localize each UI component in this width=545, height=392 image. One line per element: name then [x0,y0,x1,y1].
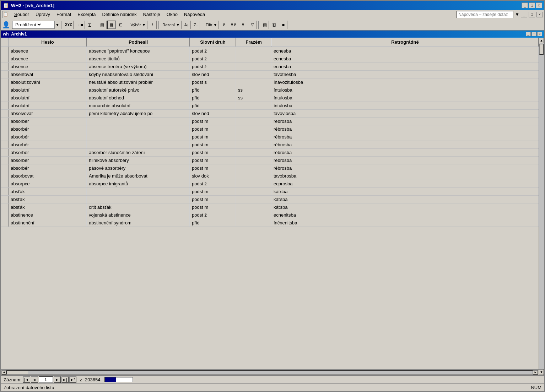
status-bar: Záznam: |◄ ◄ ► ►| ►* z 203654 [1,375,544,383]
row-marker [1,125,9,133]
toolbar: 👤 Prohlížení ▼ XYZ →■ Σ ▤ ▦ ⊡ Výběr ▼ ! … [1,19,544,31]
inner-close-btn[interactable]: × [537,32,542,36]
horizontal-scrollbar[interactable]: ◄ ► [1,369,539,375]
table-row[interactable]: absťák cítit absťák podst m káťsba [1,203,539,211]
menu-window-restore[interactable]: □ [529,12,535,17]
nav-next-btn[interactable]: ► [54,376,61,383]
toolbar-btn-grid[interactable]: ▦ [107,21,116,29]
table-row[interactable]: absentovat kdyby neabsentovalo sledování… [1,71,539,78]
menu-definice[interactable]: Definice nabídek [99,11,140,18]
search-area: ▼ _ □ × [457,11,543,18]
view-select[interactable]: Prohlížení [14,22,42,28]
toolbar-btn-razeni[interactable]: Řazení ▼ [161,21,182,29]
scroll-left-btn[interactable]: ◄ [1,370,6,375]
cell-retrogradne: káťsba [271,188,539,195]
toolbar-btn-filter3[interactable]: ⊽ [239,21,247,29]
scroll-v-thumb[interactable] [539,44,544,55]
cell-frazem [236,196,271,203]
close-button[interactable]: × [536,2,542,8]
table-row[interactable]: absorbér hliníkové absorbéry podst m réb… [1,157,539,164]
cell-slovni-druh: podst m [190,125,236,133]
table-row[interactable]: absorbér pásové absorbéry podst m rébros… [1,164,539,172]
menu-format[interactable]: Formát [54,11,74,18]
toolbar-btn-extra[interactable]: ■ [279,21,287,29]
inner-minimize-btn[interactable]: _ [526,32,531,36]
row-marker [1,203,9,211]
scroll-down-btn[interactable]: ▼ [539,369,544,375]
cell-heslo: absolutní [9,102,87,109]
nav-prev-btn[interactable]: ◄ [31,376,38,383]
toolbar-btn-insert[interactable]: →■ [74,21,85,29]
toolbar-btn-sort-az[interactable]: A↓ [182,21,191,29]
table-row[interactable]: absorbér podst m rébrosba [1,125,539,133]
nav-current-input[interactable] [39,376,53,383]
scroll-up-btn[interactable]: ▲ [539,38,544,43]
table-row[interactable]: absolutní absolutní autorské právo přid … [1,86,539,94]
toolbar-btn-table[interactable]: ▤ [98,21,107,29]
menu-okno[interactable]: Okno [164,11,180,18]
cell-frazem [236,125,271,133]
nav-first-btn[interactable]: |◄ [23,376,30,383]
table-row[interactable]: absorbér podst m rébrosba [1,141,539,149]
menu-soubor[interactable]: Soubor [11,11,32,18]
toolbar-btn-form[interactable]: ⊡ [117,21,125,29]
table-row[interactable]: absťák podst m káťsba [1,188,539,196]
toolbar-btn-sort-za[interactable]: Z↓ [191,21,200,29]
table-row[interactable]: absence absence "papírové" koncepce pods… [1,47,539,55]
cell-podhesli [87,188,190,195]
toolbar-btn-sum[interactable]: Σ [86,21,94,29]
cell-podhesli: absence "papírové" koncepce [87,47,190,55]
dropdown-arrow-icon[interactable]: ▼ [55,23,59,27]
vertical-scrollbar: ▲ ▼ [539,38,544,375]
scroll-h-thumb[interactable] [7,371,28,374]
table-row[interactable]: absorber podst m rebrosba [1,118,539,125]
maximize-button[interactable]: □ [529,2,535,8]
table-row[interactable]: absorbér absorbér slunečního záření pods… [1,149,539,157]
inner-maximize-btn[interactable]: □ [531,32,536,36]
toolbar-btn-filter1[interactable]: ⊽ [220,21,228,29]
help-search-input[interactable] [457,11,513,18]
table-row[interactable]: absorbér podst m rébrosba [1,133,539,141]
table-row[interactable]: abstinenční abstinenční syndrom přid ínč… [1,219,539,227]
toolbar-btn-xyz[interactable]: XYZ [63,21,74,29]
cell-slovni-druh: podst ž [190,211,236,219]
table-row[interactable]: absolvovat první kilometry absolvujeme p… [1,110,539,118]
view-dropdown[interactable]: Prohlížení [12,21,55,29]
table-row[interactable]: abstinence vojenská abstinence podst ž e… [1,211,539,219]
col-slovni-druh[interactable]: Slovní druh [190,38,236,47]
table-row[interactable]: absorpce absorpce imigrantů podst ž ecpr… [1,180,539,188]
menu-nastroje[interactable]: Nástroje [140,11,163,18]
col-heslo[interactable]: Heslo [9,38,87,47]
toolbar-btn-filter2[interactable]: ⊽⊽ [229,21,238,29]
col-frazem[interactable]: Frazém [236,38,271,47]
scroll-right-btn[interactable]: ► [533,370,538,375]
table-row[interactable]: absolutizování neustálé absolutizování p… [1,78,539,86]
toolbar-btn-exclaim[interactable]: ! [148,21,157,29]
toolbar-btn-table2[interactable]: ▤ [260,21,269,29]
cell-retrogradne: íntulosba [271,94,539,102]
toolbar-btn-delete[interactable]: 🗑 [270,21,278,29]
nav-new-btn[interactable]: ►* [69,376,76,383]
table-row[interactable]: absence absence titulků podst ž ecnesba [1,55,539,63]
table-row[interactable]: absolutní monarchie absolutní přid íntul… [1,102,539,110]
toolbar-btn-filtr[interactable]: Filtr ▼ [204,21,219,29]
search-dropdown-icon[interactable]: ▼ [515,12,519,17]
col-retrogradne[interactable]: Retrográdně [271,38,539,47]
toolbar-btn-filter4[interactable]: ▽ [248,21,257,29]
scroll-v-track [539,43,544,369]
minimize-button[interactable]: _ [522,2,528,8]
nav-last-btn[interactable]: ►| [61,376,69,383]
col-podhesli[interactable]: Podheslí [87,38,190,47]
table-row[interactable]: absence absence trenéra (ve výboru) pods… [1,63,539,71]
menu-napoveda[interactable]: Nápověda [181,11,208,18]
table-row[interactable]: absorbovat Amerika je může absorbovat sl… [1,172,539,180]
cell-podhesli: cítit absťák [87,203,190,211]
total-count: 203654 [85,377,100,382]
toolbar-btn-vybr[interactable]: Výběr ▼ [129,21,148,29]
menu-window-minimize[interactable]: _ [521,12,527,17]
table-row[interactable]: absolutní absolutní obchod přid ss íntul… [1,94,539,102]
table-row[interactable]: absťák podst m káťsba [1,196,539,203]
menu-upravy[interactable]: Úpravy [33,11,53,18]
menu-excerpta[interactable]: Excerpta [75,11,98,18]
menu-window-close[interactable]: × [536,12,543,17]
